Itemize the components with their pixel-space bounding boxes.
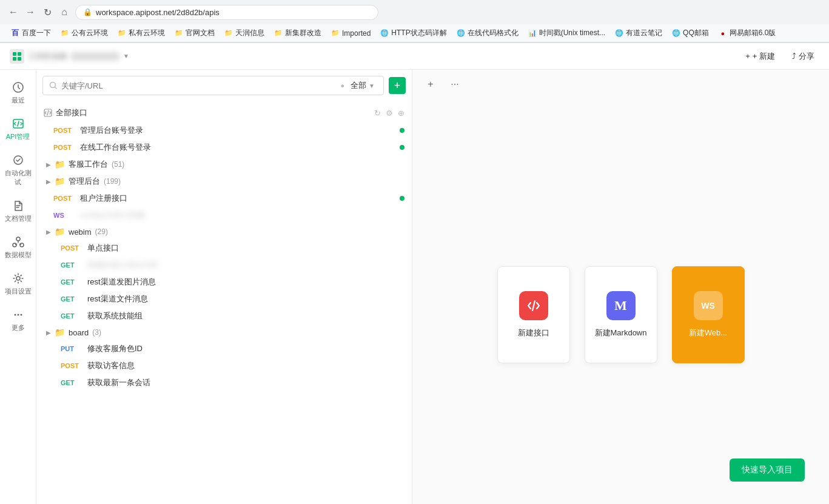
list-item[interactable]: POST 管理后台账号登录 xyxy=(36,122,412,139)
list-item[interactable]: POST 在线工作台账号登录 xyxy=(36,139,412,156)
svg-point-8 xyxy=(13,243,16,247)
api-root-icon xyxy=(44,109,52,117)
list-item[interactable]: WS ws地址内容已隐藏 xyxy=(36,207,412,224)
workspace-selector[interactable]: 工作区名称 ▼ xyxy=(10,49,129,64)
tree-folder-kefugongzuotai[interactable]: ▶ 📁 客服工作台 (51) xyxy=(36,156,412,173)
bookmark-public-env[interactable]: 📁 公有云环境 xyxy=(57,27,112,39)
sidebar-item-autotest[interactable]: 自动化测试 xyxy=(2,149,34,192)
bookmark-qq-mail[interactable]: 🌐 QQ邮箱 xyxy=(668,27,713,39)
bookmark-label: 网易邮箱6.0版 xyxy=(730,28,776,38)
bookmark-timestamp[interactable]: 📊 时间戳(Unix timest... xyxy=(525,27,609,39)
add-api-button[interactable]: + xyxy=(389,77,406,94)
forward-button[interactable]: → xyxy=(24,6,36,18)
search-input[interactable] xyxy=(61,81,337,90)
sidebar-item-settings[interactable]: 项目设置 xyxy=(2,267,34,301)
api-name: 修改客服角色ID xyxy=(87,343,404,354)
browser-chrome: ← → ↻ ⌂ 🔒 workspace.apipost.net/2d8d2b/a… xyxy=(0,0,829,43)
bookmark-163-mail[interactable]: ● 网易邮箱6.0版 xyxy=(715,27,780,39)
svg-rect-3 xyxy=(18,57,21,61)
api-icon xyxy=(12,117,25,130)
api-tree: 全部接口 ↻ ⚙ ⊕ POST 管理后台账号登录 POST 在线工作台 xyxy=(36,101,412,504)
svg-point-9 xyxy=(20,243,24,247)
bookmark-baidu[interactable]: 百 百度一下 xyxy=(7,27,55,39)
api-name: 管理后台账号登录 xyxy=(80,125,395,136)
bookmark-http-status[interactable]: 🌐 HTTP状态码详解 xyxy=(377,27,450,39)
address-bar[interactable]: 🔒 workspace.apipost.net/2d8d2b/apis xyxy=(75,5,378,20)
settings-icon[interactable]: ⚙ xyxy=(386,109,393,118)
home-button[interactable]: ⌂ xyxy=(58,6,70,18)
sidebar-item-label: 最近 xyxy=(12,96,25,105)
list-item[interactable]: POST 获取访客信息 xyxy=(36,357,412,374)
bookmark-cluster[interactable]: 📁 新集群改造 xyxy=(270,27,325,39)
bookmark-imported[interactable]: 📁 Imported xyxy=(327,28,374,39)
sidebar-item-more[interactable]: 更多 xyxy=(2,303,34,337)
list-item[interactable]: GET rest渠道文件消息 xyxy=(36,291,412,307)
list-item[interactable]: PUT 修改客服角色ID xyxy=(36,340,412,357)
web-icon: 🌐 xyxy=(672,29,680,38)
sidebar-item-label: 更多 xyxy=(12,323,25,332)
quick-import-button[interactable]: 快速导入项目 xyxy=(730,459,805,482)
settings-icon xyxy=(12,272,25,285)
bookmark-label: 有道云笔记 xyxy=(626,28,662,38)
list-item[interactable]: GET 隐藏的接口地址内容 xyxy=(36,257,412,274)
list-item[interactable]: POST 单点接口 xyxy=(36,240,412,257)
chevron-down-icon: ▼ xyxy=(123,53,129,59)
bookmark-private-env[interactable]: 📁 私有云环境 xyxy=(114,27,169,39)
list-item[interactable]: GET 获取最新一条会话 xyxy=(36,374,412,391)
new-markdown-card[interactable]: M 新建Markdown xyxy=(585,266,657,363)
header-actions: + + 新建 ⤴ 分享 xyxy=(740,49,819,64)
content-area: + ··· 新建接口 xyxy=(412,70,829,504)
bookmark-code-format[interactable]: 🌐 在线代码格式化 xyxy=(453,27,522,39)
api-name: rest渠道文件消息 xyxy=(87,294,404,304)
api-name: 获取系统技能组 xyxy=(87,311,404,321)
bookmark-youdao[interactable]: 🌐 有道云笔记 xyxy=(611,27,666,39)
refresh-icon[interactable]: ↻ xyxy=(374,109,381,118)
list-item[interactable]: POST 租户注册接口 xyxy=(36,190,412,207)
content-main: 新建接口 M 新建Markdown WS 新建Web.. xyxy=(412,99,829,504)
chevron-right-icon: ▶ xyxy=(46,161,51,168)
sidebar-item-api[interactable]: API管理 xyxy=(2,112,34,146)
method-badge: GET xyxy=(61,312,82,320)
back-button[interactable]: ← xyxy=(7,6,19,18)
status-dot xyxy=(400,145,404,150)
folder-name: webim xyxy=(69,227,92,237)
web-icon: 🌐 xyxy=(457,29,465,38)
bookmark-label: Imported xyxy=(342,29,371,38)
sidebar-item-label: API管理 xyxy=(6,132,30,141)
lock-icon: 🔒 xyxy=(83,8,92,16)
list-item[interactable]: GET rest渠道发图片消息 xyxy=(36,274,412,291)
more-icon xyxy=(12,308,25,321)
sidebar-item-docs[interactable]: 文档管理 xyxy=(2,194,34,228)
tree-folder-board[interactable]: ▶ 📁 board (3) xyxy=(36,324,412,340)
sidebar-item-recent[interactable]: 最近 xyxy=(2,76,34,110)
add-tab-button[interactable]: + xyxy=(422,76,439,93)
method-badge: POST xyxy=(53,127,75,134)
more-icon[interactable]: ⊕ xyxy=(398,109,404,118)
sidebar-item-datamodel[interactable]: 数据模型 xyxy=(2,230,34,264)
folder-icon: 📁 xyxy=(55,160,65,169)
chevron-down-icon: ▼ xyxy=(369,82,375,89)
bookmark-docs[interactable]: 📁 官网文档 xyxy=(171,27,218,39)
sidebar-item-label: 项目设置 xyxy=(5,287,32,296)
list-item[interactable]: GET 获取系统技能组 xyxy=(36,307,412,324)
bookmark-tianrun[interactable]: 📁 天润信息 xyxy=(221,27,268,39)
browser-top: ← → ↻ ⌂ 🔒 workspace.apipost.net/2d8d2b/a… xyxy=(0,0,829,24)
api-panel-header: ● 全部 ▼ + xyxy=(36,70,412,101)
method-badge: POST xyxy=(61,362,82,369)
folder-icon: 📁 xyxy=(224,29,233,38)
new-button[interactable]: + + 新建 xyxy=(740,49,780,64)
share-button[interactable]: ⤴ 分享 xyxy=(787,49,819,64)
reload-button[interactable]: ↻ xyxy=(41,6,53,18)
new-api-card[interactable]: 新建接口 xyxy=(497,266,570,363)
url-text: workspace.apipost.net/2d8d2b/apis xyxy=(96,8,220,17)
new-websocket-card[interactable]: WS 新建Web... xyxy=(672,266,745,363)
more-actions-button[interactable]: ··· xyxy=(446,76,463,93)
folder-name: board xyxy=(69,328,89,337)
tree-folder-guanlihoutai[interactable]: ▶ 📁 管理后台 (199) xyxy=(36,173,412,190)
filter-select[interactable]: 全部 ▼ xyxy=(348,80,377,91)
method-badge: GET xyxy=(61,278,82,286)
folder-icon: 📁 xyxy=(274,29,283,38)
tree-folder-webim[interactable]: ▶ 📁 webim (29) xyxy=(36,224,412,240)
filter-label: 全部 xyxy=(351,80,366,91)
new-markdown-icon: M xyxy=(606,291,636,320)
